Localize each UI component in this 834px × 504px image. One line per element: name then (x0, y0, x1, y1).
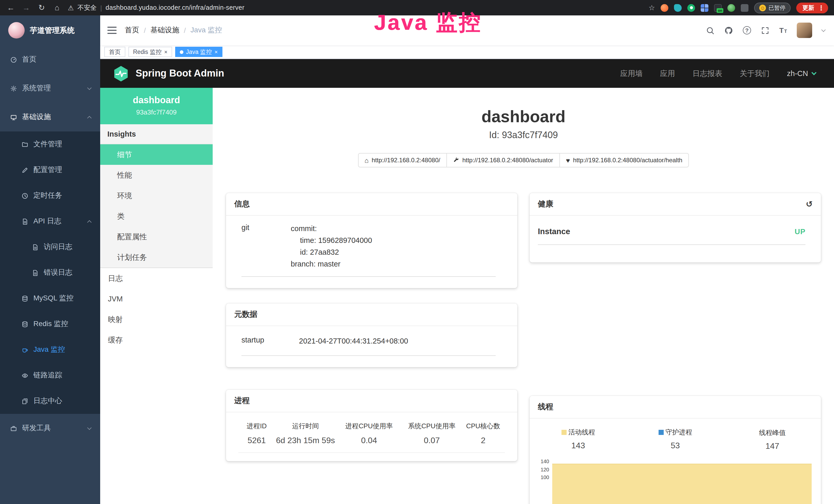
sidebar-item-java-monitor[interactable]: Java 监控 (0, 337, 100, 363)
history-icon[interactable]: ↺ (806, 199, 813, 209)
sidebar-item-scheduled-jobs[interactable]: 定时任务 (0, 183, 100, 208)
caret-down-icon[interactable] (821, 27, 826, 32)
sba-menu-mappings[interactable]: 映射 (100, 309, 213, 330)
legend-peak-threads: 线程峰值 147 (724, 428, 821, 451)
y-tick: 140 (541, 459, 549, 467)
home-icon: ⌂ (365, 157, 369, 164)
actuator-link[interactable]: http://192.168.0.2:48080/actuator (446, 153, 560, 167)
column-header: 运行时间 (275, 421, 336, 431)
spring-boot-admin: Spring Boot Admin 应用墙 应用 日志报表 关于我们 zh-CN (100, 59, 834, 504)
sidebar-item-system-management[interactable]: 系统管理 (0, 74, 100, 103)
close-icon[interactable]: × (164, 49, 168, 55)
instance-home-link[interactable]: ⌂ http://192.168.0.2:48080/ (358, 153, 447, 167)
sidebar-item-redis-monitor[interactable]: Redis 监控 (0, 311, 100, 337)
instance-id-subtitle: Id: 93a3fc7f7409 (226, 130, 821, 141)
column-value: 5261 (238, 436, 275, 445)
navbar-actions: ? TT (706, 23, 825, 38)
health-link[interactable]: ♥ http://192.168.0.2:48080/actuator/heal… (559, 153, 689, 167)
sba-menu-caches[interactable]: 缓存 (100, 330, 213, 350)
cards-grid: 信息 git commit: time: 1596289704000 id: 2… (226, 193, 821, 504)
breadcrumb-item[interactable]: 首页 (125, 26, 139, 35)
sidebar-item-label: 日志中心 (34, 396, 62, 406)
sba-menu-environment[interactable]: 环境 (100, 185, 213, 206)
address-url[interactable]: dashboard.yudao.iocoder.cn/infra/admin-s… (106, 4, 244, 11)
sba-menu-jvm[interactable]: JVM (100, 289, 213, 309)
sidebar-item-label: 系统管理 (22, 84, 51, 93)
insights-group: Insights 细节 性能 环境 类 配置属性 计划任务 (100, 124, 213, 268)
sba-menu-logs[interactable]: 日志 (100, 268, 213, 289)
tag-java-monitor[interactable]: Java 监控 × (175, 47, 222, 57)
sidebar-item-file-management[interactable]: 文件管理 (0, 132, 100, 157)
extension-icon-3[interactable] (687, 4, 695, 12)
tag-home[interactable]: 首页 (104, 47, 125, 57)
sidebar-item-home[interactable]: 首页 (0, 45, 100, 74)
extension-icon-2[interactable] (674, 4, 682, 12)
browser-update-button[interactable]: 更新 ⋮ (796, 2, 828, 13)
tag-redis-monitor[interactable]: Redis 监控 × (128, 47, 172, 57)
paused-extension-chip[interactable]: ☺ 已暂停 (754, 2, 791, 13)
column-header: 进程ID (238, 421, 275, 431)
sba-locale-select[interactable]: zh-CN (787, 69, 816, 77)
breadcrumb-item[interactable]: 基础设施 (151, 26, 179, 35)
sba-menu-scheduled-tasks[interactable]: 计划任务 (100, 247, 213, 268)
health-row[interactable]: Instance UP (538, 224, 806, 245)
sba-brand-title: Spring Boot Admin (136, 68, 224, 79)
extension-icon-7[interactable] (741, 4, 748, 12)
sidebar-item-error-logs[interactable]: 错误日志 (0, 260, 100, 285)
sidebar-item-label: 访问日志 (44, 243, 72, 252)
help-icon[interactable]: ? (743, 26, 751, 35)
font-size-icon[interactable]: TT (779, 26, 787, 35)
legend-swatch (658, 430, 663, 435)
link-label: http://192.168.0.2:48080/actuator (462, 157, 553, 164)
legend-label: 线程峰值 (759, 428, 786, 437)
extension-icon-6[interactable] (727, 4, 735, 12)
threads-card-body: 活动线程 143 守护进程 (530, 418, 821, 504)
warning-icon: ⚠ (68, 4, 74, 12)
browser-back-button[interactable]: ← (6, 0, 16, 16)
infrastructure-submenu: 文件管理 配置管理 定时任务 API 日志 (0, 132, 100, 414)
sba-menu-config-props[interactable]: 配置属性 (100, 226, 213, 247)
browser-menu-icon[interactable]: ⋮ (818, 4, 826, 12)
sidebar-item-log-center[interactable]: 日志中心 (0, 388, 100, 414)
document-icon (22, 218, 28, 225)
sba-header: Spring Boot Admin 应用墙 应用 日志报表 关于我们 zh-CN (100, 59, 834, 88)
document-icon (32, 244, 39, 250)
app-sidebar: 芋道管理系统 首页 系统管理 基础设施 (0, 16, 100, 504)
sba-nav-journal[interactable]: 日志报表 (693, 69, 722, 78)
close-icon[interactable]: × (215, 49, 218, 55)
hamburger-icon[interactable] (107, 27, 117, 34)
extension-icon-4[interactable] (701, 4, 708, 12)
browser-actions: ☆ on ☺ 已暂停 更新 ⋮ (649, 2, 828, 13)
tags-bar: 首页 Redis 监控 × Java 监控 × (100, 45, 834, 59)
annotation-text: Java 监控 (374, 8, 482, 37)
sba-nav-wallboard[interactable]: 应用墙 (620, 69, 643, 78)
browser-home-button[interactable]: ⌂ (52, 0, 62, 16)
sidebar-item-label: Redis 监控 (34, 319, 68, 329)
info-key: git (241, 223, 291, 270)
chart-y-axis: 140 120 100 (536, 459, 552, 504)
sidebar-item-access-logs[interactable]: 访问日志 (0, 234, 100, 260)
sidebar-item-tracing[interactable]: 链路追踪 (0, 363, 100, 388)
sidebar-item-config-management[interactable]: 配置管理 (0, 157, 100, 183)
github-icon[interactable] (724, 26, 733, 35)
sba-nav-about[interactable]: 关于我们 (740, 69, 770, 78)
browser-reload-button[interactable]: ↻ (37, 0, 46, 16)
search-icon[interactable] (706, 26, 715, 35)
sba-menu-classes[interactable]: 类 (100, 206, 213, 226)
extension-icon-1[interactable] (661, 4, 668, 12)
sidebar-item-api-logs[interactable]: API 日志 (0, 208, 100, 234)
sidebar-item-dev-tools[interactable]: 研发工具 (0, 414, 100, 443)
sba-menu-performance[interactable]: 性能 (100, 165, 213, 185)
sidebar-item-mysql-monitor[interactable]: MySQL 监控 (0, 285, 100, 311)
page: ← → ↻ ⌂ ⚠ 不安全 | dashboard.yudao.iocoder.… (0, 0, 834, 504)
site-security-chip[interactable]: ⚠ 不安全 | dashboard.yudao.iocoder.cn/infra… (68, 3, 244, 12)
sba-nav: 应用墙 应用 日志报表 关于我们 zh-CN (620, 69, 816, 78)
sidebar-item-infrastructure[interactable]: 基础设施 (0, 103, 100, 132)
user-avatar[interactable] (797, 23, 812, 38)
extension-icon-5[interactable]: on (714, 4, 722, 12)
sba-menu-details[interactable]: 细节 (100, 144, 213, 165)
browser-forward-button[interactable]: → (22, 0, 31, 16)
bookmark-star-icon[interactable]: ☆ (649, 4, 655, 12)
sba-nav-applications[interactable]: 应用 (660, 69, 675, 78)
fullscreen-icon[interactable] (761, 26, 770, 35)
